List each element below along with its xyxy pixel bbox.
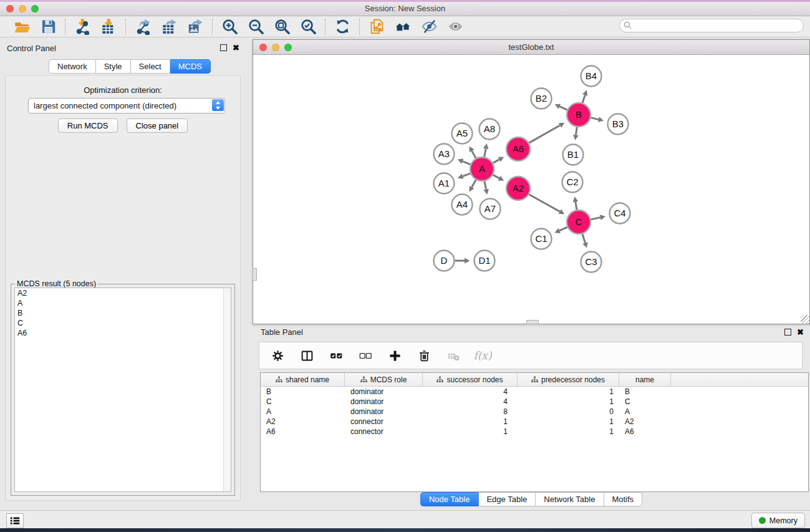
graph-node-B4[interactable]: B4	[581, 66, 602, 87]
result-list-item[interactable]: A	[15, 298, 231, 308]
svg-text:B3: B3	[612, 118, 624, 129]
refresh-icon[interactable]	[333, 17, 352, 36]
result-list-item[interactable]: B	[15, 308, 231, 318]
table-panel: Table Panel ✖ f(x) shared nameMCDS roles…	[253, 325, 810, 509]
import-table-icon[interactable]	[99, 17, 118, 36]
fx-icon[interactable]: f(x)	[473, 346, 492, 365]
export-network-icon[interactable]	[133, 17, 152, 36]
mcds-result-list[interactable]: A2ABCA6	[14, 288, 231, 492]
clone-network-icon[interactable]	[367, 17, 386, 36]
search-input[interactable]	[619, 19, 804, 32]
add-column-icon[interactable]	[385, 346, 404, 365]
float-panel-icon[interactable]	[220, 44, 227, 51]
result-list-item[interactable]: A2	[15, 288, 231, 298]
graph-node-A3[interactable]: A3	[434, 144, 455, 165]
network-window-titlebar[interactable]: testGlobe.txt	[253, 40, 809, 55]
graph-node-A7[interactable]: A7	[480, 199, 501, 220]
eye-icon[interactable]	[446, 17, 465, 36]
import-network-icon[interactable]	[73, 17, 92, 36]
result-list-item[interactable]: A6	[15, 328, 231, 338]
select-checks-icon[interactable]	[327, 346, 345, 365]
graph-node-D1[interactable]: D1	[475, 251, 495, 271]
column-header-shared-name[interactable]: shared name	[261, 373, 345, 386]
tab-mcds[interactable]: MCDS	[170, 59, 211, 74]
zoom-in-icon[interactable]	[220, 17, 239, 36]
graph-node-A6[interactable]: A6	[506, 137, 530, 161]
close-panel-button[interactable]: Close panel	[127, 118, 188, 133]
zoom-selected-icon[interactable]	[299, 17, 317, 36]
clear-checks-icon[interactable]	[356, 346, 375, 365]
table-row[interactable]: Bdominator41B	[261, 387, 808, 397]
svg-text:C: C	[576, 216, 582, 227]
graph-node-C2[interactable]: C2	[562, 172, 583, 193]
graph-edge-A-A8	[485, 148, 486, 157]
close-panel-icon[interactable]: ✖	[233, 45, 239, 51]
optimization-criterion-dropdown[interactable]: largest connected component (directed)	[28, 98, 225, 114]
column-header-name[interactable]: name	[619, 373, 671, 386]
graph-node-B[interactable]: B	[567, 103, 591, 127]
zoom-fit-icon[interactable]	[272, 17, 291, 36]
graph-node-A1[interactable]: A1	[434, 173, 455, 194]
table-row[interactable]: A6connector11A6	[261, 427, 808, 437]
close-table-panel-icon[interactable]: ✖	[797, 329, 804, 335]
result-list-item[interactable]: C	[15, 318, 231, 328]
open-folder-icon[interactable]	[12, 17, 31, 36]
graph-node-C1[interactable]: C1	[531, 229, 552, 249]
tab-motifs[interactable]: Motifs	[604, 492, 642, 506]
run-mcds-button[interactable]: Run MCDS	[58, 118, 118, 133]
delete-column-icon[interactable]	[415, 346, 433, 365]
float-table-panel-icon[interactable]	[784, 329, 791, 336]
table-cell: 4	[423, 397, 518, 406]
graph-node-A5[interactable]: A5	[452, 123, 473, 144]
gear-icon[interactable]	[268, 346, 287, 365]
graph-node-A4[interactable]: A4	[452, 195, 473, 215]
table-cell: 1	[423, 427, 518, 436]
graph-node-D[interactable]: D	[434, 251, 455, 271]
tab-edge-table[interactable]: Edge Table	[478, 492, 536, 506]
tab-network[interactable]: Network	[49, 59, 96, 74]
export-table-icon[interactable]	[160, 17, 178, 36]
canvas-grip-bottom[interactable]	[526, 320, 539, 324]
graph-node-A8[interactable]: A8	[480, 119, 500, 140]
list-icon	[9, 516, 21, 526]
tab-select[interactable]: Select	[131, 59, 170, 74]
save-icon[interactable]	[39, 17, 57, 36]
graph-node-C4[interactable]: C4	[610, 203, 630, 224]
split-view-icon[interactable]	[297, 346, 316, 365]
mcds-result-group: MCDS result (5 nodes) A2ABCA6	[11, 284, 235, 496]
export-toolbar-group	[126, 17, 212, 36]
table-row[interactable]: Adominator80A	[261, 407, 808, 417]
table-cell: dominator	[345, 387, 423, 396]
table-row[interactable]: A2connector11A2	[261, 417, 808, 427]
graph-node-C[interactable]: C	[567, 210, 591, 234]
table-body: Bdominator41BCdominator41CAdominator80AA…	[261, 387, 808, 437]
table-row[interactable]: Cdominator41C	[261, 397, 808, 407]
table-panel-title: Table Panel	[261, 327, 303, 337]
zoom-out-icon[interactable]	[246, 17, 265, 36]
window-resize-grip[interactable]	[801, 315, 809, 324]
tab-node-table[interactable]: Node Table	[420, 492, 479, 506]
graph-node-B3[interactable]: B3	[608, 114, 629, 135]
task-history-button[interactable]	[6, 513, 24, 528]
graph-node-A[interactable]: A	[470, 157, 494, 181]
column-header-predecessor-nodes[interactable]: predecessor nodes	[518, 373, 619, 386]
export-image-icon[interactable]	[186, 17, 205, 36]
result-list-scrollbar[interactable]	[223, 288, 231, 491]
graph-edge-A-A5	[472, 151, 476, 158]
tab-network-table[interactable]: Network Table	[536, 492, 604, 506]
svg-text:A6: A6	[513, 143, 524, 154]
graph-node-B2[interactable]: B2	[531, 89, 552, 109]
delete-table-icon[interactable]	[444, 346, 463, 365]
eye-slash-icon[interactable]	[420, 17, 438, 36]
network-canvas[interactable]: AA1A2A3A4A5A6A7A8BB1B2B3B4CC1C2C3C4DD1	[253, 55, 809, 324]
column-header-MCDS-role[interactable]: MCDS role	[345, 373, 423, 386]
search-icon	[624, 21, 632, 29]
canvas-grip-left[interactable]	[253, 268, 257, 281]
houses-icon[interactable]	[393, 17, 412, 36]
graph-node-C3[interactable]: C3	[581, 252, 602, 273]
graph-node-A2[interactable]: A2	[506, 177, 530, 200]
graph-node-B1[interactable]: B1	[563, 145, 584, 165]
memory-button[interactable]: Memory	[751, 513, 805, 528]
tab-style[interactable]: Style	[96, 59, 131, 74]
column-header-successor-nodes[interactable]: successor nodes	[423, 373, 518, 386]
